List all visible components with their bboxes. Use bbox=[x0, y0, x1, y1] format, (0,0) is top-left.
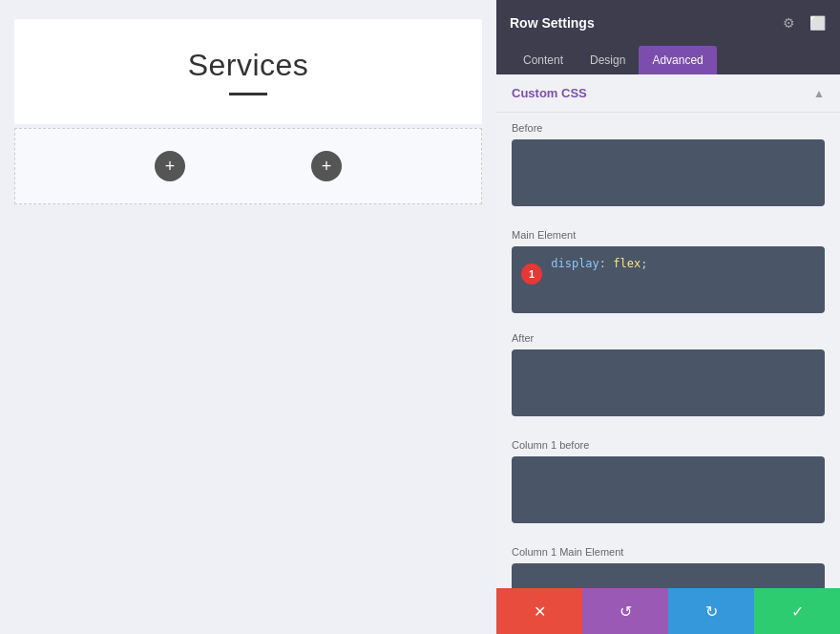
tab-advanced[interactable]: Advanced bbox=[639, 46, 716, 74]
redo-icon: ↻ bbox=[705, 602, 718, 621]
settings-icon[interactable]: ⚙ bbox=[779, 13, 798, 32]
add-column-button-1[interactable]: + bbox=[155, 151, 185, 181]
panel-title: Row Settings bbox=[510, 15, 595, 31]
save-button[interactable]: ✓ bbox=[754, 588, 840, 634]
before-textarea[interactable] bbox=[512, 139, 825, 206]
cancel-button[interactable]: ✕ bbox=[496, 588, 582, 634]
panel-footer: ✕ ↺ ↻ ✓ bbox=[496, 588, 840, 634]
page-title: Services bbox=[188, 48, 309, 83]
before-label: Before bbox=[512, 122, 825, 134]
column1-before-textarea[interactable] bbox=[512, 456, 825, 523]
reset-button[interactable]: ↺ bbox=[582, 588, 668, 634]
main-element-label: Main Element bbox=[512, 229, 825, 241]
custom-css-header: Custom CSS ▲ bbox=[496, 74, 840, 113]
css-section: Custom CSS ▲ Before Main Element 1 displ… bbox=[496, 74, 840, 634]
panel-tabs: Content Design Advanced bbox=[496, 46, 840, 74]
canvas-below-section bbox=[14, 208, 482, 399]
save-icon: ✓ bbox=[791, 602, 804, 621]
after-field: After bbox=[496, 323, 840, 430]
main-element-field: Main Element 1 display: flex; bbox=[496, 220, 840, 323]
column1-before-label: Column 1 before bbox=[512, 439, 825, 451]
add-column-button-2[interactable]: + bbox=[311, 151, 342, 181]
canvas-area: Services + + bbox=[0, 0, 496, 634]
panel-header: Row Settings ⚙ ⬜ bbox=[496, 0, 840, 46]
row-section[interactable]: + + bbox=[14, 128, 482, 204]
tab-design[interactable]: Design bbox=[577, 46, 639, 74]
collapse-icon[interactable]: ▲ bbox=[813, 87, 825, 100]
before-field: Before bbox=[496, 113, 840, 220]
main-element-wrapper: 1 display: flex; bbox=[512, 246, 825, 313]
column1-main-label: Column 1 Main Element bbox=[512, 546, 825, 558]
after-label: After bbox=[512, 332, 825, 344]
column1-before-field: Column 1 before bbox=[496, 430, 840, 537]
code-display: display: flex; bbox=[544, 257, 647, 270]
panel-body[interactable]: Custom CSS ▲ Before Main Element 1 displ… bbox=[496, 74, 840, 634]
page-section: Services bbox=[14, 19, 482, 124]
reset-icon: ↺ bbox=[620, 602, 632, 621]
main-element-code-area[interactable]: display: flex; bbox=[512, 246, 825, 313]
panel-header-icons: ⚙ ⬜ bbox=[779, 13, 827, 32]
redo-button[interactable]: ↻ bbox=[668, 588, 754, 634]
custom-css-title: Custom CSS bbox=[512, 86, 587, 100]
settings-panel: Row Settings ⚙ ⬜ Content Design Advanced… bbox=[496, 0, 840, 634]
expand-icon[interactable]: ⬜ bbox=[808, 13, 827, 32]
title-underline bbox=[229, 93, 267, 95]
after-textarea[interactable] bbox=[512, 349, 825, 416]
cancel-icon: ✕ bbox=[534, 602, 546, 621]
line-number-badge: 1 bbox=[521, 264, 542, 285]
tab-content[interactable]: Content bbox=[510, 46, 577, 74]
